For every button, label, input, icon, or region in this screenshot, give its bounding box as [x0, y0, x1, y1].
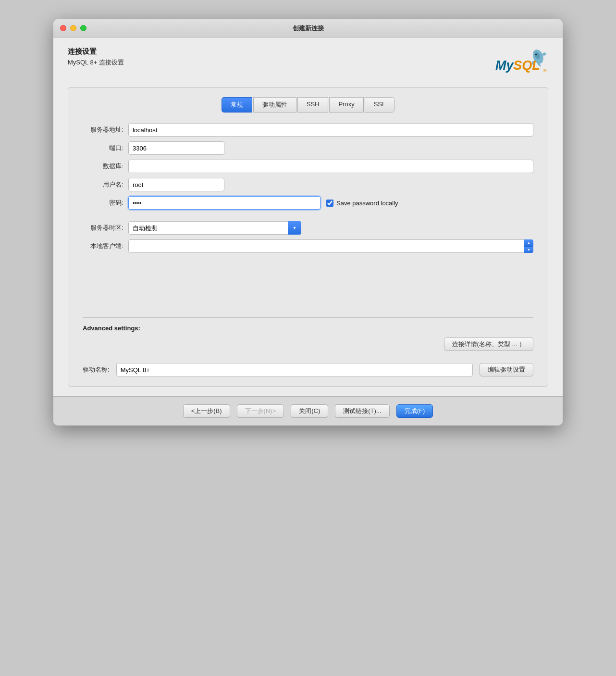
password-input[interactable]: [128, 196, 320, 210]
svg-text:®: ®: [543, 68, 547, 73]
spinner-buttons: ▲ ▼: [524, 239, 533, 253]
timezone-row: 服务器时区: 自动检测: [83, 221, 533, 235]
server-input[interactable]: [128, 123, 533, 137]
database-input[interactable]: [128, 160, 533, 173]
window-controls: [60, 25, 86, 31]
username-input[interactable]: [128, 178, 224, 191]
local-client-label: 本地客户端:: [83, 242, 128, 250]
local-client-spinner-wrapper: ▲ ▼: [128, 239, 533, 253]
tab-bar: 常规 驱动属性 SSH Proxy SSL: [78, 97, 538, 113]
finish-button[interactable]: 完成(F): [396, 404, 433, 418]
username-row: 用户名:: [83, 178, 533, 191]
port-label: 端口:: [83, 144, 128, 152]
settings-title: 连接设置: [68, 47, 124, 56]
back-button[interactable]: <上一步(B): [183, 404, 230, 418]
tab-driver[interactable]: 驱动属性: [253, 97, 296, 113]
save-password-container: Save password locally: [326, 200, 398, 207]
spacer: [83, 258, 533, 315]
local-client-input[interactable]: [128, 239, 533, 253]
port-row: 端口:: [83, 141, 533, 155]
advanced-header: Advanced settings:: [83, 325, 533, 332]
svg-text:SQL: SQL: [513, 58, 540, 73]
main-panel: 常规 驱动属性 SSH Proxy SSL 服务器地址: 端口:: [68, 87, 548, 387]
driver-name-input[interactable]: [116, 363, 473, 376]
port-input[interactable]: [128, 141, 224, 155]
edit-driver-button[interactable]: 编辑驱动设置: [480, 363, 533, 376]
form-section: 服务器地址: 端口: 数据库: 用户名:: [78, 123, 538, 376]
header-section: 连接设置 MySQL 8+ 连接设置 My: [68, 47, 548, 78]
spinner-down-button[interactable]: ▼: [524, 247, 533, 253]
local-client-row: 本地客户端: ▲ ▼: [83, 239, 533, 253]
close-button[interactable]: 关闭(C): [291, 404, 328, 418]
spinner-up-button[interactable]: ▲: [524, 239, 533, 247]
tab-general[interactable]: 常规: [222, 97, 252, 113]
tab-ssl[interactable]: SSL: [365, 97, 395, 113]
svg-point-2: [535, 54, 537, 55]
main-window: 创建新连接 连接设置 MySQL 8+ 连接设置: [53, 19, 563, 426]
minimize-window-button[interactable]: [70, 25, 76, 31]
bottom-bar: <上一步(B) 下一步(N)> 关闭(C) 测试链接(T)... 完成(F): [53, 396, 563, 426]
mysql-logo: My SQL ®: [495, 47, 548, 78]
window-title: 创建新连接: [293, 24, 324, 33]
password-row: 密码: Save password locally: [83, 196, 533, 210]
settings-subtitle: MySQL 8+ 连接设置: [68, 58, 124, 67]
tab-proxy[interactable]: Proxy: [329, 97, 363, 113]
window-content: 连接设置 MySQL 8+ 连接设置 My: [53, 38, 563, 387]
tab-ssh[interactable]: SSH: [297, 97, 329, 113]
titlebar: 创建新连接: [53, 19, 563, 38]
password-controls: Save password locally: [128, 196, 398, 210]
timezone-select[interactable]: 自动检测: [128, 221, 301, 235]
mysql-logo-image: My SQL ®: [495, 47, 548, 78]
close-window-button[interactable]: [60, 25, 66, 31]
server-label: 服务器地址:: [83, 125, 128, 134]
password-label: 密码:: [83, 199, 128, 207]
svg-text:My: My: [495, 58, 515, 73]
divider: [83, 214, 533, 221]
test-connection-button[interactable]: 测试链接(T)...: [335, 404, 389, 418]
connection-details-button[interactable]: 连接详情(名称、类型 ... ）: [444, 338, 533, 351]
next-button[interactable]: 下一步(N)>: [237, 404, 284, 418]
advanced-section: Advanced settings: 连接详情(名称、类型 ... ）: [83, 317, 533, 351]
maximize-window-button[interactable]: [80, 25, 86, 31]
timezone-label: 服务器时区:: [83, 224, 128, 232]
driver-row: 驱动名称: 编辑驱动设置: [83, 357, 533, 376]
advanced-btn-row: 连接详情(名称、类型 ... ）: [83, 338, 533, 351]
header-text: 连接设置 MySQL 8+ 连接设置: [68, 47, 124, 67]
username-label: 用户名:: [83, 180, 128, 189]
database-row: 数据库:: [83, 160, 533, 173]
database-label: 数据库:: [83, 162, 128, 171]
server-row: 服务器地址:: [83, 123, 533, 137]
timezone-dropdown-wrapper: 自动检测: [128, 221, 301, 235]
save-password-checkbox[interactable]: [326, 200, 333, 207]
driver-name-label: 驱动名称:: [83, 365, 110, 374]
save-password-label: Save password locally: [336, 200, 398, 207]
